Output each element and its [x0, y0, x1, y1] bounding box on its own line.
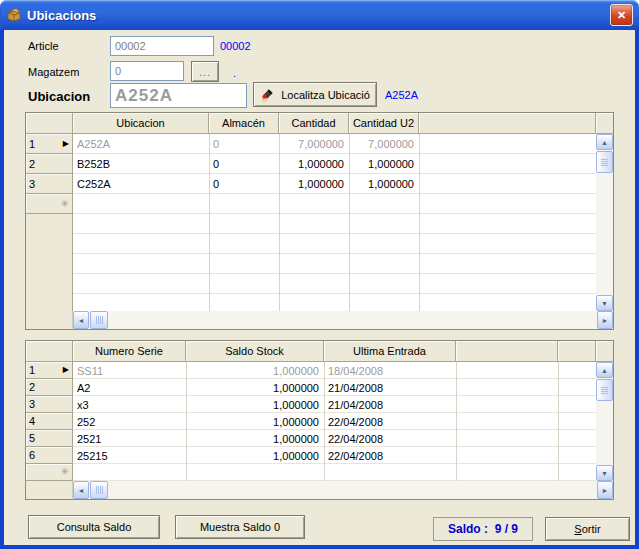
new-row-icon: ✳	[61, 199, 69, 209]
cell[interactable]: 1,000000	[186, 396, 324, 413]
row-header[interactable]: 6	[26, 447, 73, 464]
cell[interactable]: C252A	[73, 174, 209, 194]
table-row[interactable]: 3C252A01,0000001,000000	[26, 174, 596, 194]
table-row[interactable]: 3x31,00000021/04/2008	[26, 396, 596, 413]
column-header[interactable]: Ultima Entrada	[324, 341, 456, 362]
scroll-left-button[interactable]: ◄	[73, 311, 89, 329]
horizontal-scrollbar[interactable]: ◄ ►	[26, 311, 613, 329]
ubicacion-input[interactable]	[110, 83, 247, 108]
cell[interactable]: B252B	[73, 154, 209, 174]
scrollbar-thumb[interactable]	[90, 481, 108, 499]
cell[interactable]: 2521	[73, 430, 186, 447]
row-header[interactable]: 4	[26, 413, 73, 430]
cell[interactable]: 0	[209, 134, 279, 154]
table-row[interactable]: 2B252B01,0000001,000000	[26, 154, 596, 174]
row-header[interactable]: 2	[26, 379, 73, 396]
scroll-up-button[interactable]: ▲	[596, 362, 613, 378]
column-header[interactable]: Almacén	[209, 113, 279, 134]
cell[interactable]: x3	[73, 396, 186, 413]
title-bar[interactable]: Ubicacions ✕	[0, 0, 639, 30]
row-header[interactable]: ✳	[26, 464, 73, 481]
cell[interactable]: 22/04/2008	[324, 430, 456, 447]
cell[interactable]: 7,000000	[349, 134, 419, 154]
table-row[interactable]: 1▶SS111,00000018/04/2008	[26, 362, 596, 379]
cell[interactable]: 1,000000	[186, 379, 324, 396]
cell[interactable]: 1,000000	[349, 174, 419, 194]
row-header[interactable]: 1▶	[26, 362, 73, 379]
column-header[interactable]: Cantidad	[279, 113, 349, 134]
flashlight-icon	[260, 87, 275, 102]
column-header[interactable]: Ubicacion	[73, 113, 209, 134]
cell[interactable]: A252A	[73, 134, 209, 154]
scrollbar-track[interactable]	[596, 173, 613, 295]
cell[interactable]: 21/04/2008	[324, 379, 456, 396]
scroll-up-button[interactable]: ▲	[596, 134, 613, 150]
scrollbar-track[interactable]	[108, 311, 597, 329]
cell[interactable]: 25215	[73, 447, 186, 464]
table-row[interactable]: 525211,00000022/04/2008	[26, 430, 596, 447]
grid-header-row: Numero SerieSaldo StockUltima Entrada	[26, 341, 613, 362]
scroll-left-button[interactable]: ◄	[73, 481, 89, 499]
scrollbar-thumb[interactable]	[596, 379, 613, 401]
cell[interactable]: 1,000000	[186, 413, 324, 430]
row-header[interactable]: 2	[26, 154, 73, 174]
table-row[interactable]: 6252151,00000022/04/2008	[26, 447, 596, 464]
new-row[interactable]: ✳	[26, 464, 596, 481]
scroll-right-button[interactable]: ►	[597, 481, 613, 499]
cell[interactable]: 1,000000	[186, 362, 324, 379]
cell[interactable]: 0	[209, 154, 279, 174]
scroll-left-icon: ◄	[78, 317, 85, 324]
table-row[interactable]: 1▶A252A07,0000007,000000	[26, 134, 596, 154]
muestra-saldo-button[interactable]: Muestra Saldo 0	[175, 515, 305, 539]
new-row[interactable]: ✳	[26, 194, 596, 214]
row-header-corner	[26, 341, 73, 362]
grid-body: 1▶A252A07,0000007,0000002B252B01,0000001…	[26, 134, 613, 311]
row-header[interactable]: 1▶	[26, 134, 73, 154]
cell[interactable]: 1,000000	[186, 430, 324, 447]
scrollbar-thumb[interactable]	[90, 311, 108, 329]
magatzem-input[interactable]	[110, 61, 184, 81]
cell[interactable]: 1,000000	[349, 154, 419, 174]
row-header[interactable]: 5	[26, 430, 73, 447]
saldo-text: Saldo : 9 / 9	[448, 522, 518, 536]
cell[interactable]: A2	[73, 379, 186, 396]
table-row[interactable]: 2A21,00000021/04/2008	[26, 379, 596, 396]
row-number: 1	[29, 138, 35, 150]
vertical-scrollbar[interactable]: ▲ ▼	[596, 134, 613, 311]
scrollbar-thumb[interactable]	[596, 151, 613, 173]
vertical-scrollbar[interactable]: ▲ ▼	[596, 362, 613, 481]
cell[interactable]: 0	[209, 174, 279, 194]
cell[interactable]: 22/04/2008	[324, 447, 456, 464]
article-input[interactable]	[110, 36, 214, 56]
table-row[interactable]: 42521,00000022/04/2008	[26, 413, 596, 430]
column-header[interactable]: Saldo Stock	[186, 341, 324, 362]
scrollbar-track[interactable]	[108, 481, 597, 499]
cell[interactable]: 1,000000	[279, 174, 349, 194]
consulta-saldo-button[interactable]: Consulta Saldo	[28, 515, 160, 539]
cell[interactable]: SS11	[73, 362, 186, 379]
cell[interactable]: 1,000000	[279, 154, 349, 174]
client-area: Article 00002 Magatzem ... . Ubicacion	[4, 30, 635, 545]
cell[interactable]: 21/04/2008	[324, 396, 456, 413]
scroll-down-button[interactable]: ▼	[596, 295, 613, 311]
cell[interactable]: 18/04/2008	[324, 362, 456, 379]
cell[interactable]: 252	[73, 413, 186, 430]
localitza-ubicacio-button[interactable]: Localitza Ubicació	[253, 82, 377, 107]
scroll-right-button[interactable]: ►	[597, 311, 613, 329]
column-header-spacer	[456, 341, 558, 362]
sortir-button[interactable]: Sortir	[545, 517, 630, 541]
browse-button[interactable]: ...	[191, 61, 219, 82]
column-header[interactable]: Cantidad U2	[349, 113, 419, 134]
row-header[interactable]: ✳	[26, 194, 73, 214]
close-button[interactable]: ✕	[610, 4, 633, 26]
scrollbar-track[interactable]	[596, 401, 613, 465]
cell[interactable]: 1,000000	[186, 447, 324, 464]
row-header[interactable]: 3	[26, 174, 73, 194]
horizontal-scrollbar[interactable]: ◄ ►	[26, 481, 613, 499]
row-number: 2	[29, 381, 35, 393]
row-header[interactable]: 3	[26, 396, 73, 413]
column-header[interactable]: Numero Serie	[73, 341, 186, 362]
scroll-down-button[interactable]: ▼	[596, 465, 613, 481]
cell[interactable]: 22/04/2008	[324, 413, 456, 430]
cell[interactable]: 7,000000	[279, 134, 349, 154]
